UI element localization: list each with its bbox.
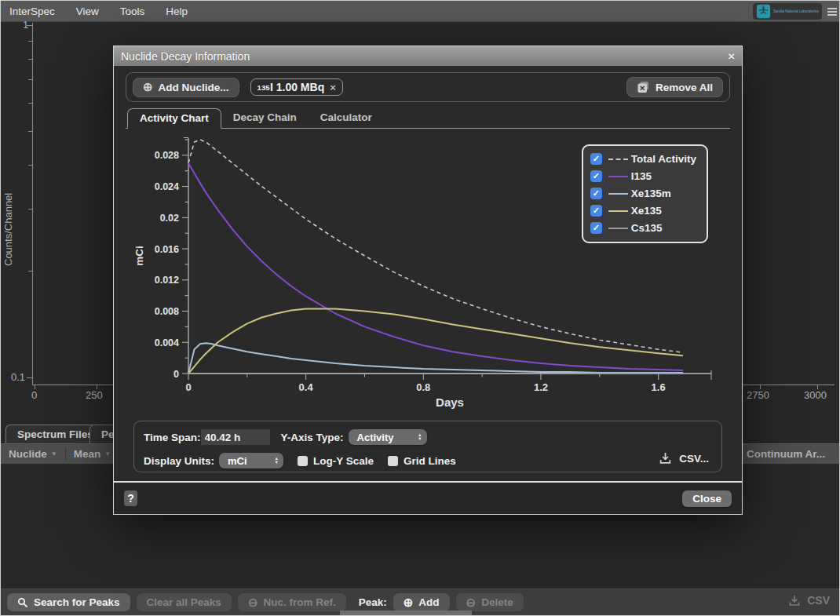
legend-checkbox[interactable]: ✓	[590, 153, 602, 165]
chart-legend: ✓Total Activity✓I135✓Xe135m✓Xe135✓Cs135	[582, 144, 708, 243]
sort-icon: ▼	[104, 450, 111, 457]
legend-checkbox[interactable]: ✓	[590, 205, 602, 217]
circled-plus-icon: ⊕	[404, 597, 414, 608]
sort-icon: ▼	[51, 450, 57, 457]
svg-text:0.02: 0.02	[160, 213, 179, 224]
spectrum-x-tick-250: 250	[86, 389, 103, 401]
chip-remove-icon[interactable]: ×	[330, 82, 336, 93]
remove-all-button[interactable]: Remove All	[626, 77, 723, 97]
legend-label: Xe135m	[631, 188, 671, 199]
dialog-tab-bar: Activity Chart Decay Chain Calculator	[126, 108, 730, 129]
search-for-peaks-button[interactable]: Search for Peaks	[7, 593, 130, 611]
csv-export-button-disabled[interactable]: CSV	[788, 594, 830, 607]
select-arrows-icon: ▲▼	[275, 457, 279, 465]
dialog-footer: ? Close	[114, 481, 742, 514]
legend-line-sample	[608, 228, 628, 229]
svg-text:0.028: 0.028	[155, 150, 179, 161]
legend-item-xe135m: ✓Xe135m	[590, 188, 696, 199]
column-header-nuclide[interactable]: Nuclide ▼	[1, 444, 65, 464]
chart-controls-panel: Time Span: Y-Axis Type: Activity ▲▼ Disp…	[133, 421, 722, 472]
legend-checkbox[interactable]: ✓	[590, 188, 602, 199]
column-header-continuum[interactable]: Continuum Ar...	[739, 444, 839, 464]
select-arrows-icon: ▲▼	[418, 433, 422, 441]
svg-text:0.012: 0.012	[155, 275, 179, 286]
close-button[interactable]: Close	[682, 490, 732, 507]
legend-line-sample	[608, 159, 628, 160]
legend-line-sample	[608, 193, 628, 195]
menu-tools[interactable]: Tools	[120, 5, 145, 17]
tab-decay-chain[interactable]: Decay Chain	[221, 108, 309, 128]
menu-bar: InterSpec View Tools Help Sandia Nationa…	[1, 1, 839, 22]
nuclide-decay-dialog: Nuclide Decay Information × ⊕ Add Nuclid…	[113, 46, 743, 515]
menu-help[interactable]: Help	[166, 5, 188, 17]
menu-interspec[interactable]: InterSpec	[9, 5, 55, 17]
dialog-title: Nuclide Decay Information	[121, 50, 250, 63]
legend-label: Total Activity	[631, 153, 696, 165]
grid-lines-label: Grid Lines	[404, 455, 456, 467]
csv-export-button[interactable]: CSV...	[659, 452, 709, 465]
hamburger-menu-icon[interactable]	[827, 8, 837, 16]
legend-line-sample	[608, 176, 628, 177]
circled-plus-icon: ⊕	[143, 82, 153, 93]
legend-line-sample	[608, 210, 628, 212]
legend-label: Xe135	[631, 205, 662, 217]
spectrum-x-tick-3000: 3000	[804, 389, 827, 401]
spectrum-x-tick-2750: 2750	[747, 389, 769, 401]
nuclide-chips-row: ⊕ Add Nuclide... 135I 1.00 MBq × Remove …	[126, 72, 730, 102]
peak-label: Peak:	[359, 596, 387, 608]
dialog-close-icon[interactable]: ×	[728, 49, 735, 63]
nuc-from-ref-button[interactable]: ⊖ Nuc. from Ref.	[238, 593, 346, 611]
sandia-logo: Sandia National Laboratories	[753, 3, 822, 20]
sandia-logo-text: Sandia National Laboratories	[773, 9, 819, 13]
remove-all-icon	[637, 81, 650, 93]
tab-activity-chart[interactable]: Activity Chart	[127, 108, 221, 129]
y-axis-type-label: Y-Axis Type:	[281, 432, 344, 443]
dialog-body: ⊕ Add Nuclide... 135I 1.00 MBq × Remove …	[114, 66, 742, 481]
tab-calculator[interactable]: Calculator	[309, 108, 384, 128]
legend-item-i135: ✓I135	[590, 170, 696, 182]
svg-text:Days: Days	[436, 395, 464, 409]
legend-label: I135	[631, 170, 652, 182]
column-header-mean[interactable]: Mean ▼	[66, 444, 119, 464]
grid-lines-checkbox[interactable]	[388, 456, 398, 466]
circled-minus-icon: ⊖	[248, 597, 258, 608]
activity-chart-area: 00.0040.0080.0120.0160.020.0240.02800.40…	[126, 129, 730, 416]
circled-minus-icon: ⊖	[466, 597, 477, 608]
svg-text:0.4: 0.4	[299, 381, 314, 393]
peak-delete-button[interactable]: ⊖ Delete	[456, 593, 524, 611]
log-y-checkbox[interactable]	[298, 456, 308, 466]
legend-item-total-activity: ✓Total Activity	[590, 153, 696, 165]
menu-view[interactable]: View	[76, 5, 99, 17]
svg-text:0.004: 0.004	[155, 337, 179, 348]
display-units-label: Display Units:	[144, 455, 214, 467]
display-units-select[interactable]: mCi ▲▼	[219, 453, 283, 468]
svg-text:1.6: 1.6	[652, 381, 666, 393]
svg-text:1.2: 1.2	[534, 381, 548, 393]
clear-all-peaks-button[interactable]: Clear all Peaks	[137, 593, 232, 611]
interspec-window: InterSpec View Tools Help Sandia Nationa…	[0, 0, 840, 616]
download-icon	[788, 595, 801, 607]
svg-text:0.8: 0.8	[416, 381, 430, 393]
add-nuclide-button[interactable]: ⊕ Add Nuclide...	[133, 78, 239, 97]
svg-text:0: 0	[185, 381, 191, 393]
log-y-label: Log-Y Scale	[313, 455, 374, 467]
svg-text:0.024: 0.024	[155, 181, 179, 192]
spectrum-x-tick-0: 0	[31, 389, 37, 401]
help-button[interactable]: ?	[124, 490, 137, 506]
svg-text:mCi: mCi	[133, 246, 145, 266]
spectrum-y-axis-title: Counts/Channel	[2, 128, 14, 266]
legend-item-xe135: ✓Xe135	[590, 205, 696, 217]
time-span-input[interactable]	[201, 429, 270, 445]
download-icon	[659, 452, 672, 465]
legend-checkbox[interactable]: ✓	[590, 170, 602, 182]
dialog-title-bar[interactable]: Nuclide Decay Information ×	[114, 46, 742, 66]
spectrum-y-bottom-label: 0.1	[11, 371, 25, 383]
partially-hidden-widget	[340, 611, 472, 616]
peak-add-button[interactable]: ⊕ Add	[393, 593, 450, 611]
legend-label: Cs135	[631, 222, 663, 234]
legend-checkbox[interactable]: ✓	[590, 222, 602, 234]
svg-text:0.008: 0.008	[155, 306, 179, 317]
nuclide-chip-i135[interactable]: 135I 1.00 MBq ×	[250, 78, 343, 96]
y-axis-type-select[interactable]: Activity ▲▼	[349, 429, 427, 445]
sandia-thunderbird-icon	[756, 4, 771, 19]
